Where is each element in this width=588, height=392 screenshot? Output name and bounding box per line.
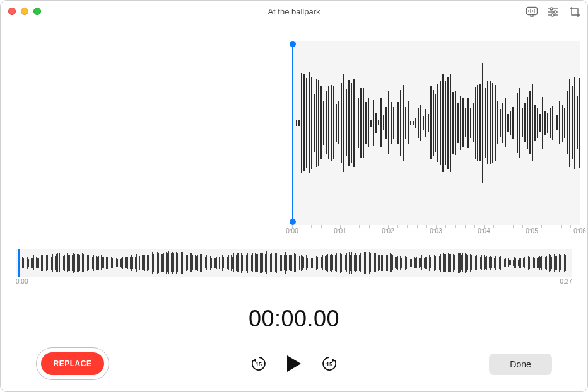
skip-forward-15-button[interactable]: 15 [320,354,339,373]
controls-row: REPLACE 15 15 [1,350,587,378]
trim-icon[interactable] [568,6,581,18]
overview-playhead[interactable] [18,249,20,277]
overview-start-time: 0:00 [16,278,28,285]
ruler-label: 0:06 [573,228,585,234]
window-title: At the ballpark [1,7,587,16]
app-window: At the ballpark 0:000: [0,0,588,392]
transcribe-icon[interactable] [526,6,538,18]
timecode-display: 00:00.00 [1,306,587,332]
svg-point-4 [554,11,556,13]
ruler-label: 0:05 [526,228,538,234]
svg-rect-0 [527,8,538,15]
skip-back-15-button[interactable]: 15 [249,354,268,373]
editor-content: 0:000:010:020:030:040:050:06 0:00 0:27 0… [1,23,587,391]
svg-text:15: 15 [326,361,332,367]
done-button[interactable]: Done [489,354,552,375]
settings-icon[interactable] [547,6,560,18]
waveform-detail[interactable] [292,41,580,225]
playhead[interactable] [292,41,293,225]
toolbar [526,6,581,18]
titlebar: At the ballpark [1,1,587,23]
playhead-line [292,45,293,221]
waveform-overview-area: 0:00 0:27 [16,249,572,283]
overview-time-labels: 0:00 0:27 [16,278,572,285]
window-controls [8,8,41,15]
zoom-icon[interactable] [33,8,41,15]
waveform-detail-area: 0:000:010:020:030:040:050:06 [8,41,580,225]
overview-end-time: 0:27 [560,278,572,285]
ruler-label: 0:04 [478,228,490,234]
ruler-label: 0:01 [334,228,346,234]
svg-point-6 [551,14,554,16]
play-button[interactable] [283,353,305,374]
playhead-handle-bottom[interactable] [290,219,296,225]
svg-point-2 [550,8,553,10]
play-icon [287,355,301,372]
svg-text:15: 15 [256,361,262,367]
close-icon[interactable] [8,8,16,15]
ruler-label: 0:03 [430,228,442,234]
ruler-label: 0:02 [382,228,394,234]
ruler-label: 0:00 [286,228,298,234]
waveform-overview[interactable] [16,249,572,277]
detail-time-ruler: 0:000:010:020:030:040:050:06 [292,225,580,238]
minimize-icon[interactable] [21,8,28,15]
